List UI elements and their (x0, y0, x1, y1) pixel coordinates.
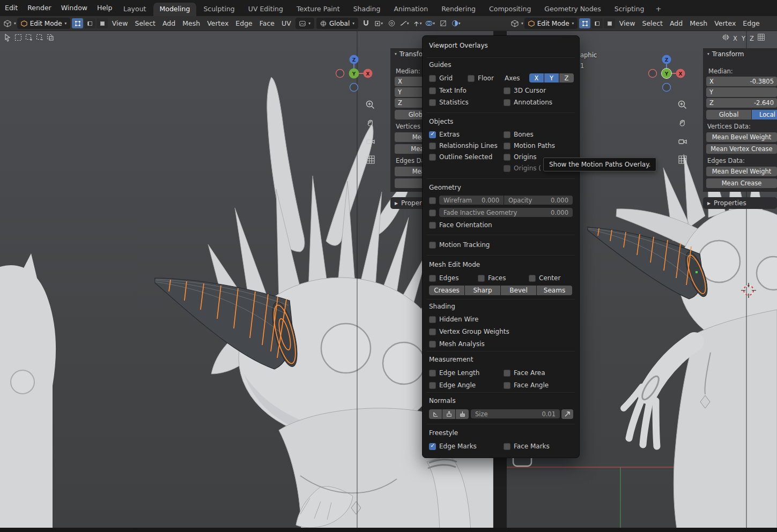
pan-button-right[interactable] (678, 118, 687, 130)
faces-checkbox[interactable]: Faces (478, 273, 506, 283)
menu-view[interactable]: View (108, 16, 131, 31)
face-angle-checkbox[interactable]: Face Angle (504, 380, 549, 390)
transform-panel-header-right[interactable]: ▾Transform (707, 50, 744, 58)
motion-tracking-checkbox[interactable]: Motion Tracking (429, 240, 490, 250)
menu-add-right[interactable]: Add (667, 16, 686, 31)
mirror-x-toggle[interactable]: X (732, 35, 738, 42)
extras-checkbox[interactable]: Extras (429, 130, 460, 139)
mirror-icon[interactable] (722, 33, 730, 43)
local-tab-right[interactable]: Local (752, 110, 777, 119)
face-select-button[interactable] (97, 18, 108, 28)
xray-toggle-icon[interactable] (437, 18, 449, 29)
edge-length-checkbox[interactable]: Edge Length (429, 368, 479, 378)
seams-button[interactable]: Seams (537, 286, 572, 295)
tab-geometry-nodes[interactable]: Geometry Nodes (538, 3, 607, 16)
mean-vertex-crease-field-right[interactable]: Mean Vertex Crease (706, 144, 777, 154)
mirror-z-toggle[interactable]: Z (749, 35, 755, 42)
editor-type-caret-icon[interactable]: ▾ (14, 21, 16, 26)
normals-constant-size-icon[interactable] (561, 409, 573, 419)
perspective-toggle-button[interactable] (366, 155, 375, 167)
axes-z-toggle[interactable]: Z (559, 73, 574, 83)
median-x-field-right[interactable]: X-0.3805 (706, 77, 777, 86)
edge-select-button[interactable] (84, 18, 95, 28)
tab-modeling[interactable]: Modeling (153, 3, 197, 16)
proportional-editing-icon[interactable] (386, 18, 397, 29)
menu-mesh[interactable]: Mesh (179, 16, 204, 31)
bones-checkbox[interactable]: Bones (504, 130, 534, 139)
normals-size-slider[interactable]: Size0.01 (471, 409, 560, 418)
face-area-checkbox[interactable]: Face Area (504, 368, 545, 378)
grid-snap-icon[interactable] (757, 33, 765, 43)
orientation-dropdown[interactable]: Global ▾ (316, 18, 358, 29)
edge-angle-checkbox[interactable]: Edge Angle (429, 380, 476, 390)
menu-select[interactable]: Select (131, 16, 159, 31)
text-info-checkbox[interactable]: Text Info (429, 86, 467, 95)
median-y-field-right[interactable]: Y (706, 87, 777, 97)
origins-checkbox[interactable]: Origins (504, 152, 537, 162)
timeline-strip[interactable] (0, 528, 777, 532)
axes-x-toggle[interactable]: X (529, 73, 544, 83)
menu-edit[interactable]: Edit (0, 0, 23, 16)
camera-view-button[interactable] (366, 137, 375, 148)
axes-y-toggle[interactable]: Y (544, 73, 559, 83)
tab-sculpting[interactable]: Sculpting (197, 3, 241, 16)
fade-inactive-checkbox[interactable] (429, 208, 436, 218)
navigation-gizmo-left[interactable]: Z X Y (334, 53, 374, 94)
tab-shading[interactable]: Shading (347, 3, 387, 16)
menu-uv[interactable]: UV (278, 16, 295, 31)
add-workspace-button[interactable]: + (651, 3, 665, 16)
cursor-3d-checkbox[interactable]: 3D Cursor (504, 86, 546, 95)
shading-mode-dropdown[interactable]: ▾ (450, 18, 462, 29)
menu-face[interactable]: Face (256, 16, 278, 31)
tab-texture-paint[interactable]: Texture Paint (290, 3, 346, 16)
mirror-y-toggle[interactable]: Y (741, 35, 746, 42)
annotations-checkbox[interactable]: Annotations (504, 98, 552, 107)
mesh-analysis-checkbox[interactable]: Mesh Analysis (429, 339, 485, 349)
editor-type-icon-right[interactable] (509, 18, 521, 29)
edges-checkbox[interactable]: Edges (429, 273, 458, 283)
vertex-select-button-right[interactable] (579, 18, 590, 28)
menu-window[interactable]: Window (56, 0, 92, 16)
pan-button[interactable] (366, 118, 375, 130)
active-tool-dropdown[interactable]: ▾ (295, 18, 314, 29)
falloff-dropdown[interactable]: ▾ (398, 18, 410, 29)
menu-edge[interactable]: Edge (232, 16, 256, 31)
edge-select-button-right[interactable] (591, 18, 603, 28)
bevel-button[interactable]: Bevel (501, 286, 536, 295)
opacity-slider[interactable]: Opacity0.000 (504, 196, 573, 205)
tab-scripting[interactable]: Scripting (608, 3, 651, 16)
menu-vertex-right[interactable]: Vertex (711, 16, 739, 31)
tab-layout[interactable]: Layout (117, 3, 153, 16)
relationship-lines-checkbox[interactable]: Relationship Lines (429, 141, 498, 151)
sharp-button[interactable]: Sharp (465, 286, 500, 295)
editor-type-caret-icon-right[interactable]: ▾ (521, 21, 523, 26)
mode-dropdown-right[interactable]: Edit Mode ▾ (524, 18, 578, 29)
select-box-subtract-icon[interactable] (35, 33, 44, 44)
vertex-group-weights-checkbox[interactable]: Vertex Group Weights (429, 327, 509, 336)
hidden-wire-checkbox[interactable]: Hidden Wire (429, 314, 478, 324)
tab-uv-editing[interactable]: UV Editing (242, 3, 290, 16)
snap-settings-dropdown[interactable]: ▾ (373, 18, 384, 29)
overlays-dropdown[interactable]: ▾ (424, 18, 436, 29)
properties-tab-right[interactable]: ▸Properties (703, 197, 777, 209)
menu-view-right[interactable]: View (616, 16, 639, 31)
global-tab-right[interactable]: Global (706, 110, 751, 119)
floor-checkbox[interactable]: Floor (468, 73, 494, 83)
vertex-normals-icon[interactable] (429, 409, 442, 419)
edges-mean-bevel-weight-field-right[interactable]: Mean Bevel Weight (706, 167, 777, 176)
vertex-select-button[interactable] (72, 18, 83, 28)
median-z-field-right[interactable]: Z-2.640 (706, 98, 777, 108)
editor-type-icon[interactable] (2, 18, 13, 29)
perspective-toggle-button-right[interactable] (678, 155, 687, 167)
origins-all-checkbox[interactable]: Origins ( (504, 163, 541, 173)
face-marks-checkbox[interactable]: Face Marks (504, 441, 550, 451)
grid-checkbox[interactable]: Grid (429, 73, 453, 83)
menu-mesh-right[interactable]: Mesh (686, 16, 711, 31)
creases-button[interactable]: Creases (429, 286, 464, 295)
center-checkbox[interactable]: Center (529, 273, 560, 283)
tab-compositing[interactable]: Compositing (483, 3, 537, 16)
mode-dropdown[interactable]: Edit Mode ▾ (17, 18, 71, 29)
menu-help[interactable]: Help (92, 0, 117, 16)
snap-magnet-icon[interactable] (360, 18, 372, 29)
menu-add[interactable]: Add (159, 16, 179, 31)
